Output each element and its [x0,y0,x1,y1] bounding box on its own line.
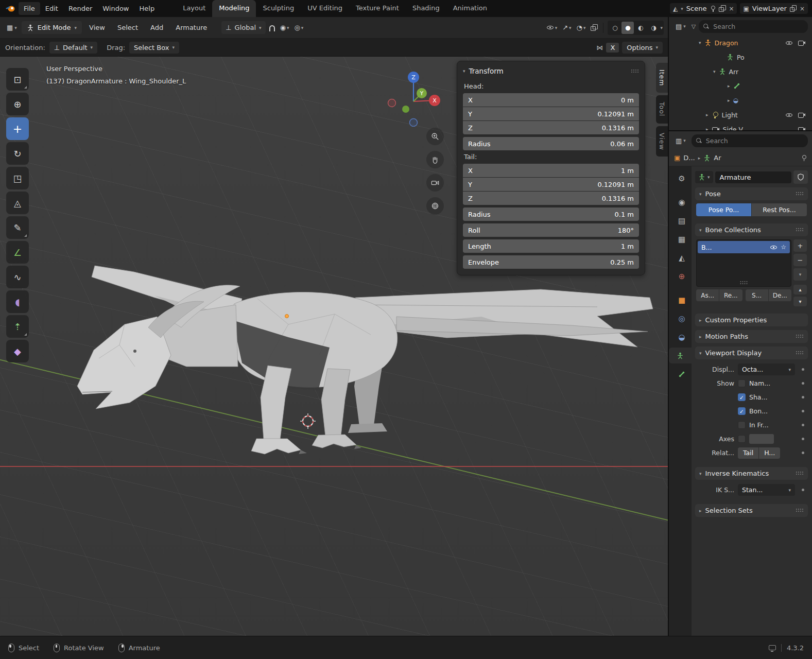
pan-button[interactable] [426,151,444,168]
breadcrumb-object[interactable]: D... [683,154,695,162]
fake-user-button[interactable] [793,170,808,184]
collection-solo-icon[interactable]: ☆ [781,244,786,251]
selection-sets-header[interactable]: ▸ Selection Sets [695,504,808,517]
length-field[interactable]: Length1 m [463,239,639,253]
pose-position-button[interactable]: Pose Po... [696,203,751,216]
tab-constraints[interactable]: ◒ [672,329,692,345]
tail-x-field[interactable]: X1 m [463,164,639,177]
rest-position-button[interactable]: Rest Pos... [752,203,807,216]
menu-view[interactable]: View [84,21,110,34]
workspace-tab-sculpting[interactable]: Sculpting [256,0,301,17]
snap-toggle[interactable] [268,22,277,33]
tool-annotate[interactable]: ✎ [6,216,29,239]
menu-armature[interactable]: Armature [170,21,212,34]
render-visibility-icon[interactable] [798,111,806,118]
panel-drag-grip[interactable] [631,70,639,73]
tab-scene[interactable]: ◭ [672,250,692,266]
outliner-item-bone[interactable]: ▸ [669,79,812,93]
head-y-field[interactable]: Y0.12091 m [463,107,639,120]
properties-editor-type-button[interactable]: ▥ ▾ [673,135,688,147]
hide-toggle-icon[interactable] [785,111,793,119]
animate-property-dot[interactable] [802,382,804,385]
animate-property-dot[interactable] [802,368,804,371]
outliner-item-armature-data[interactable]: ▾ Arr [669,64,812,79]
add-collection-button[interactable]: + [793,239,807,252]
viewlayer-selector[interactable]: ▣ ViewLayer × [740,3,808,14]
bone-collection-row[interactable]: B... ☆ [698,241,790,253]
data-block-type-button[interactable]: ▾ [695,171,713,183]
render-visibility-icon[interactable] [798,39,806,46]
tool-measure[interactable]: ∠ [6,241,29,264]
outliner-item-light[interactable]: ▸ Light [669,108,812,122]
perspective-toggle-button[interactable] [426,197,444,215]
section-grip[interactable] [796,228,804,232]
tab-render[interactable]: ◉ [672,194,692,210]
tail-y-field[interactable]: Y0.12091 m [463,178,639,191]
tool-cursor[interactable]: ⊕ [6,93,29,115]
close-icon[interactable]: × [729,5,734,12]
properties-search-input[interactable] [705,136,803,145]
head-radius-field[interactable]: Radius0.06 m [463,137,639,150]
mirror-x-toggle[interactable]: X [606,43,619,53]
outliner-item-dragon[interactable]: ▾ Dragon [669,36,812,50]
chevron-right-icon[interactable]: ▸ [706,127,709,130]
drag-mode-dropdown[interactable]: Select Box ▾ [129,42,179,54]
menu-window[interactable]: Window [97,2,134,15]
relations-tail-button[interactable]: Tail [738,447,758,459]
bone-collections-header[interactable]: ▾ Bone Collections [695,223,808,236]
tab-view-layer[interactable]: ▦ [672,231,692,247]
options-dropdown[interactable]: Options ▾ [622,42,663,54]
move-collection-down-button[interactable]: ▾ [793,297,807,306]
proportional-editing-toggle[interactable]: ◎ ▾ [293,22,305,33]
head-x-field[interactable]: X0 m [463,93,639,107]
outliner-item-side-view[interactable]: ▸ Side V [669,122,812,130]
tail-radius-field[interactable]: Radius0.1 m [463,207,639,221]
chevron-right-icon[interactable]: ▸ [728,98,730,103]
workspace-tab-shading[interactable]: Shading [406,0,446,17]
tool-bone-envelope[interactable]: ◖ [6,290,29,313]
in-front-checkbox[interactable] [738,421,746,429]
collection-visibility-icon[interactable] [770,244,778,251]
animate-property-dot[interactable] [802,396,804,398]
new-scene-icon[interactable] [719,5,725,12]
animate-property-dot[interactable] [802,489,804,491]
move-collection-up-button[interactable]: ▴ [793,285,807,294]
ik-solver-dropdown[interactable]: Stan... ▾ [738,484,795,496]
section-grip[interactable] [796,335,804,338]
filter-icon[interactable]: ▽ [692,23,696,30]
pin-icon[interactable] [710,5,716,12]
overlays-dropdown[interactable]: ◔ ▾ [575,22,588,33]
tool-extrude[interactable]: ⇡ [6,315,29,338]
axes-offset-field[interactable] [749,434,774,444]
sidebar-tab-tool[interactable]: Tool [656,95,668,123]
outliner-search-input[interactable] [712,22,803,31]
remove-collection-button[interactable]: − [793,254,807,266]
section-grip[interactable] [796,509,804,512]
section-grip[interactable] [796,472,804,475]
assign-button[interactable]: As... [696,289,719,301]
chevron-right-icon[interactable]: ▸ [728,83,730,89]
section-grip[interactable] [796,192,804,196]
tool-scale[interactable]: ◳ [6,167,29,189]
chevron-down-icon[interactable]: ▾ [463,68,465,74]
tool-roll[interactable]: ∿ [6,266,29,288]
shading-solid-button[interactable]: ● [621,22,634,34]
shading-material-button[interactable]: ◐ [634,22,647,34]
show-names-checkbox[interactable] [738,379,746,387]
gizmos-dropdown[interactable]: ↗ ▾ [561,22,573,33]
tab-output[interactable]: ▤ [672,213,692,229]
outliner-item-constraint[interactable]: ▸ ◒ [669,93,812,108]
gizmo-z-negative[interactable] [410,119,418,127]
render-visibility-icon[interactable] [798,126,806,130]
shading-rendered-button[interactable]: ◑ [647,22,660,34]
scene-selector[interactable]: ◭ ▾ Scene × [670,3,737,14]
workspace-tab-uv-editing[interactable]: UV Editing [301,0,349,17]
outliner-search[interactable] [699,20,808,33]
animate-property-dot[interactable] [802,424,804,426]
show-bone-colors-checkbox[interactable]: ✓ [738,407,746,415]
3d-viewport[interactable]: User Perspective (137) DragonArmature : … [0,57,668,636]
animate-property-dot[interactable] [802,410,804,412]
close-icon[interactable]: × [800,5,805,12]
chevron-down-icon[interactable]: ▾ [699,40,701,45]
shading-wireframe-button[interactable]: ○ [609,22,621,34]
